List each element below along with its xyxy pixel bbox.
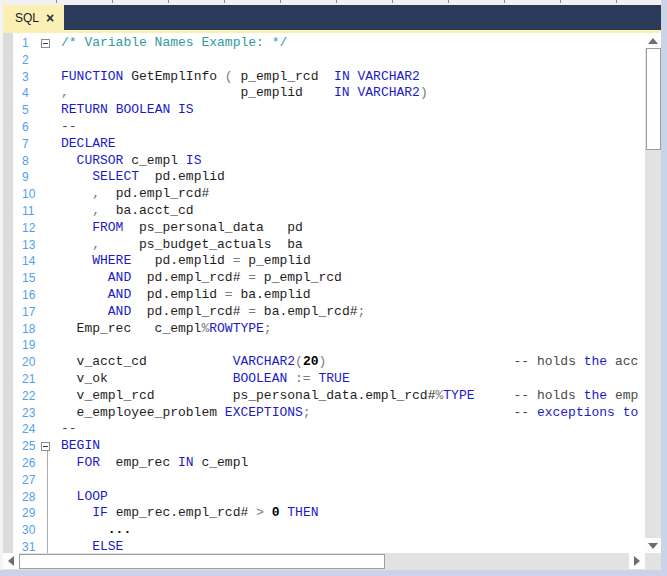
vertical-scrollbar[interactable] — [645, 33, 661, 553]
line-number: 3 — [13, 69, 39, 86]
code-line[interactable]: 14 WHERE pd.emplid = p_emplid — [3, 253, 645, 270]
code-text: RETURN BOOLEAN IS — [61, 102, 194, 119]
horizontal-scrollbar-thumb[interactable] — [19, 554, 385, 569]
code-line[interactable]: 29 IF emp_rec.empl_rcd# > 0 THEN — [3, 505, 645, 522]
code-text: v_empl_rcd ps_personal_data.empl_rcd#%TY… — [61, 388, 638, 405]
vertical-scrollbar-thumb[interactable] — [646, 48, 661, 150]
code-line[interactable]: 11 , ba.acct_cd — [3, 203, 645, 220]
code-lines: 1/* Variable Names Example: */23FUNCTION… — [3, 35, 645, 553]
horizontal-scrollbar[interactable] — [3, 553, 645, 570]
code-line[interactable]: 26 FOR emp_rec IN c_empl — [3, 455, 645, 472]
code-text: BEGIN — [61, 438, 100, 455]
code-text: FOR emp_rec IN c_empl — [61, 455, 248, 472]
fold-collapse-icon[interactable] — [41, 442, 50, 451]
window-border-right — [661, 0, 667, 576]
code-line[interactable]: 17 AND pd.empl_rcd# = ba.empl_rcd#; — [3, 304, 645, 321]
code-text: ... — [61, 522, 131, 539]
line-number: 17 — [13, 304, 39, 321]
code-line[interactable]: 13 , ps_budget_actuals ba — [3, 237, 645, 254]
fold-margin — [39, 321, 55, 338]
line-number: 9 — [13, 169, 39, 186]
code-line[interactable]: 12 FROM ps_personal_data pd — [3, 220, 645, 237]
code-line[interactable]: 15 AND pd.empl_rcd# = p_empl_rcd — [3, 270, 645, 287]
fold-margin — [39, 388, 55, 405]
code-line[interactable]: 9 SELECT pd.emplid — [3, 169, 645, 186]
line-number: 26 — [13, 455, 39, 472]
code-line[interactable]: 2 — [3, 52, 645, 69]
code-text: LOOP — [61, 489, 108, 506]
fold-collapse-icon[interactable] — [41, 39, 50, 48]
code-line[interactable]: 5RETURN BOOLEAN IS — [3, 102, 645, 119]
code-line[interactable]: 18 Emp_rec c_empl%ROWTYPE; — [3, 321, 645, 338]
code-line[interactable]: 8 CURSOR c_empl IS — [3, 153, 645, 170]
window-border-left — [0, 5, 3, 570]
fold-margin — [39, 220, 55, 237]
arrow-right-icon — [634, 556, 640, 566]
line-number: 13 — [13, 237, 39, 254]
code-line[interactable]: 21 v_ok BOOLEAN := TRUE — [3, 371, 645, 388]
code-line[interactable]: 24-- — [3, 421, 645, 438]
fold-margin — [39, 421, 55, 438]
code-text: FROM ps_personal_data pd — [61, 220, 303, 237]
line-number: 5 — [13, 102, 39, 119]
scroll-right-button[interactable] — [629, 553, 645, 569]
code-text: FUNCTION GetEmplInfo ( p_empl_rcd IN VAR… — [61, 69, 420, 86]
code-text: v_ok BOOLEAN := TRUE — [61, 371, 350, 388]
fold-margin — [39, 85, 55, 102]
fold-margin — [39, 354, 55, 371]
scroll-left-button[interactable] — [3, 553, 19, 569]
fold-margin — [39, 287, 55, 304]
code-line[interactable]: 6-- — [3, 119, 645, 136]
code-line[interactable]: 10 , pd.empl_rcd# — [3, 186, 645, 203]
code-line[interactable]: 31 ELSE — [3, 539, 645, 553]
line-number: 15 — [13, 270, 39, 287]
scroll-down-button[interactable] — [645, 538, 661, 553]
fold-margin — [39, 253, 55, 270]
code-text: -- — [61, 119, 77, 136]
code-line[interactable]: 19 — [3, 337, 645, 354]
code-text: IF emp_rec.empl_rcd# > 0 THEN — [61, 505, 319, 522]
line-number: 1 — [13, 35, 39, 52]
code-text: Emp_rec c_empl%ROWTYPE; — [61, 321, 272, 338]
code-text: ELSE — [61, 539, 123, 553]
code-line[interactable]: 20 v_acct_cd VARCHAR2(20) -- holds the a… — [3, 354, 645, 371]
fold-margin — [39, 371, 55, 388]
line-number: 11 — [13, 203, 39, 220]
arrow-up-icon — [648, 38, 658, 44]
code-line[interactable]: 25BEGIN — [3, 438, 645, 455]
close-icon[interactable]: × — [46, 12, 54, 24]
scroll-up-button[interactable] — [645, 33, 661, 48]
tab-sql[interactable]: SQL × — [3, 5, 64, 30]
code-line[interactable]: 3FUNCTION GetEmplInfo ( p_empl_rcd IN VA… — [3, 69, 645, 86]
code-line[interactable]: 30 ... — [3, 522, 645, 539]
line-number: 29 — [13, 505, 39, 522]
line-number: 24 — [13, 421, 39, 438]
fold-margin — [39, 35, 55, 52]
arrow-left-icon — [8, 556, 14, 566]
code-text: , ba.acct_cd — [61, 203, 194, 220]
line-number: 18 — [13, 321, 39, 338]
fold-margin — [39, 52, 55, 69]
line-number: 28 — [13, 489, 39, 506]
line-number: 4 — [13, 85, 39, 102]
line-number: 10 — [13, 186, 39, 203]
code-line[interactable]: 7DECLARE — [3, 136, 645, 153]
code-line[interactable]: 22 v_empl_rcd ps_personal_data.empl_rcd#… — [3, 388, 645, 405]
code-line[interactable]: 4, p_emplid IN VARCHAR2) — [3, 85, 645, 102]
code-text: -- — [61, 421, 77, 438]
fold-margin — [39, 186, 55, 203]
code-text: CURSOR c_empl IS — [61, 153, 201, 170]
code-line[interactable]: 27 — [3, 472, 645, 489]
code-text: SELECT pd.emplid — [61, 169, 225, 186]
line-number: 20 — [13, 354, 39, 371]
code-line[interactable]: 23 e_employee_problem EXCEPTIONS; -- exc… — [3, 405, 645, 422]
code-editor[interactable]: 1/* Variable Names Example: */23FUNCTION… — [3, 33, 645, 553]
fold-margin — [39, 136, 55, 153]
code-text: v_acct_cd VARCHAR2(20) -- holds the acc — [61, 354, 638, 371]
fold-scope-line — [47, 451, 48, 553]
code-text: DECLARE — [61, 136, 116, 153]
code-line[interactable]: 28 LOOP — [3, 489, 645, 506]
code-line[interactable]: 16 AND pd.emplid = ba.emplid — [3, 287, 645, 304]
code-line[interactable]: 1/* Variable Names Example: */ — [3, 35, 645, 52]
line-number: 6 — [13, 119, 39, 136]
